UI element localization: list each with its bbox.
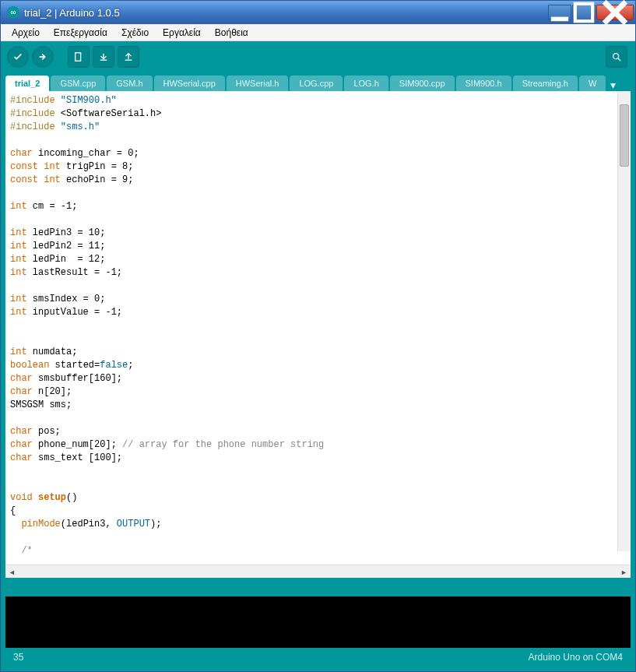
save-button[interactable]: [118, 46, 139, 68]
tab-overflow-icon[interactable]: ▾: [607, 79, 619, 91]
svg-rect-1: [575, 4, 592, 21]
new-button[interactable]: [68, 46, 90, 68]
window-title: trial_2 | Arduino 1.0.5: [24, 7, 548, 19]
menu-item[interactable]: Βοήθεια: [209, 26, 255, 40]
open-button[interactable]: [93, 46, 114, 68]
svg-rect-2: [76, 53, 81, 62]
svg-rect-3: [100, 60, 107, 61]
tab[interactable]: HWSerial.h: [227, 76, 289, 91]
toolbar: [1, 41, 635, 72]
close-button[interactable]: [596, 5, 634, 20]
menubar: ΑρχείοΕπεξεργασίαΣχέδιοΕργαλείαΒοήθεια: [1, 24, 635, 41]
tab[interactable]: GSM.h: [107, 76, 152, 91]
horizontal-scrollbar[interactable]: ◄ ►: [5, 565, 631, 578]
app-icon: [7, 6, 19, 19]
tabbar: trial_2GSM.cppGSM.hHWSerial.cppHWSerial.…: [1, 72, 635, 91]
message-bar: [5, 578, 631, 596]
menu-item[interactable]: Σχέδιο: [115, 26, 155, 40]
tab[interactable]: SIM900.cpp: [390, 76, 455, 91]
status-line-number: 35: [13, 652, 529, 663]
window-controls: [548, 5, 634, 20]
svg-rect-0: [551, 17, 568, 22]
status-board: Arduino Uno on COM4: [529, 652, 623, 663]
svg-rect-4: [125, 60, 132, 61]
tab[interactable]: SIM900.h: [456, 76, 511, 91]
vertical-scrollbar[interactable]: [617, 91, 631, 551]
scroll-left-icon[interactable]: ◄: [5, 565, 19, 579]
tab[interactable]: GSM.cpp: [51, 76, 105, 91]
tab[interactable]: Streaming.h: [513, 76, 578, 91]
editor-scroll[interactable]: #include "SIM900.h"#include <SoftwareSer…: [5, 91, 631, 565]
console-output[interactable]: [5, 596, 631, 648]
tab[interactable]: HWSerial.cpp: [154, 76, 225, 91]
editor-area: #include "SIM900.h"#include <SoftwareSer…: [1, 91, 635, 671]
statusbar: 35 Arduino Uno on COM4: [5, 648, 631, 667]
menu-item[interactable]: Αρχείο: [5, 26, 46, 40]
scrollbar-thumb[interactable]: [620, 104, 629, 167]
tab[interactable]: LOG.h: [344, 76, 388, 91]
upload-button[interactable]: [32, 46, 54, 68]
scroll-right-icon[interactable]: ►: [617, 565, 631, 579]
menu-item[interactable]: Εργαλεία: [156, 26, 207, 40]
tab[interactable]: LOG.cpp: [290, 76, 343, 91]
minimize-button[interactable]: [548, 5, 571, 20]
verify-button[interactable]: [7, 46, 29, 68]
serial-monitor-button[interactable]: [606, 46, 627, 68]
app-window: trial_2 | Arduino 1.0.5 ΑρχείοΕπεξεργασί…: [0, 0, 636, 672]
tab[interactable]: W: [579, 76, 606, 91]
svg-point-5: [613, 54, 619, 59]
code-editor[interactable]: #include "SIM900.h"#include <SoftwareSer…: [5, 91, 631, 561]
titlebar[interactable]: trial_2 | Arduino 1.0.5: [1, 1, 635, 24]
menu-item[interactable]: Επεξεργασία: [47, 26, 114, 40]
maximize-button[interactable]: [572, 5, 596, 20]
tab[interactable]: trial_2: [5, 76, 49, 91]
